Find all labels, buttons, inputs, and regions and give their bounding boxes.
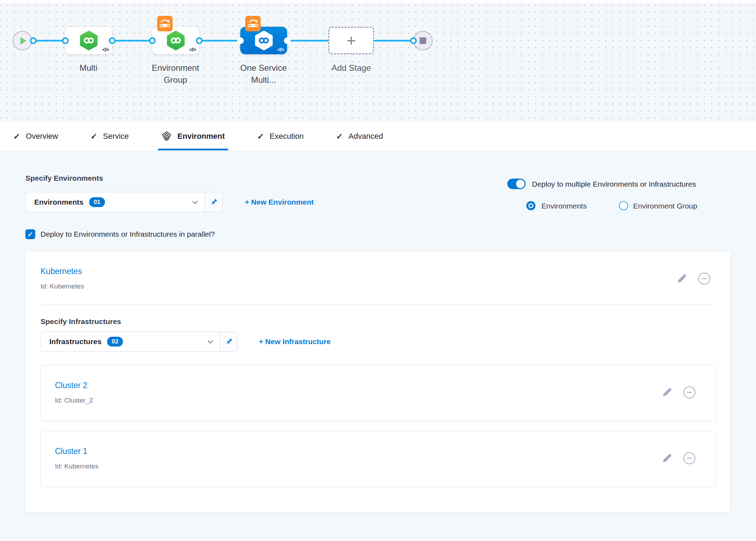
radio-environment-group[interactable] [619, 201, 628, 210]
stage-config-tabbar: ✓ Overview ✓ Service Environment ✓ Execu… [0, 122, 756, 151]
tab-label: Service [103, 132, 129, 141]
stage-node-one-service-multi[interactable]: </> [240, 27, 287, 54]
pipeline-start-node[interactable] [13, 31, 32, 50]
new-environment-link[interactable]: + New Environment [245, 198, 314, 206]
card-divider [41, 304, 712, 304]
harness-service-icon [80, 31, 98, 50]
stage-node-environment-group[interactable]: </> [152, 27, 199, 54]
dropdown-value: Infrastructures [49, 337, 101, 346]
remove-infrastructure-button[interactable] [683, 452, 696, 465]
count-badge: 01 [89, 197, 105, 207]
parallel-deploy-checkbox-label: Deploy to Environments or Infrastructure… [41, 230, 215, 238]
connector-port[interactable] [149, 37, 156, 44]
pushpin-icon [225, 338, 233, 346]
add-stage-button[interactable]: + [328, 27, 374, 54]
stop-icon [420, 37, 426, 44]
radio-environments[interactable] [526, 201, 535, 210]
toggle-knob [516, 180, 525, 188]
tab-overview[interactable]: ✓ Overview [13, 132, 58, 141]
pin-button[interactable] [220, 332, 237, 352]
chevron-down-icon [192, 200, 198, 204]
check-icon: ✓ [91, 132, 97, 141]
play-icon [20, 37, 26, 45]
connector-port[interactable] [109, 37, 116, 44]
remove-infrastructure-button[interactable] [683, 386, 696, 399]
environment-name-link[interactable]: Kubernetes [41, 267, 82, 276]
stage-label-multi: Multi [55, 62, 122, 74]
check-icon: ✓ [336, 132, 343, 141]
minus-circle-icon [683, 452, 696, 465]
edit-environment-button[interactable] [675, 272, 688, 285]
harness-service-icon [167, 31, 185, 50]
check-icon: ✓ [257, 132, 264, 141]
code-view-icon: </> [277, 46, 284, 52]
window-top-strip [0, 0, 756, 4]
tab-label: Advanced [348, 132, 383, 141]
tab-service[interactable]: ✓ Service [91, 132, 129, 141]
specify-infrastructures-title: Specify Infrastructures [41, 317, 121, 326]
environments-dropdown[interactable]: Environments 01 [25, 192, 223, 212]
new-infrastructure-link[interactable]: + New Infrastructure [259, 337, 331, 346]
tab-label: Execution [269, 132, 304, 141]
chevron-down-icon [207, 340, 213, 344]
stage-label-add-stage: Add Stage [318, 62, 385, 74]
environments-dropdown-value-area[interactable]: Environments 01 [26, 192, 205, 212]
edit-infrastructure-button[interactable] [661, 386, 673, 399]
connector-port[interactable] [237, 37, 244, 44]
infrastructure-card: Cluster 2 Id: Cluster_2 [41, 365, 716, 421]
pencil-icon [677, 274, 686, 283]
tab-execution[interactable]: ✓ Execution [257, 132, 304, 141]
infrastructure-name-link[interactable]: Cluster 1 [55, 447, 87, 456]
pushpin-icon [210, 198, 218, 206]
connector-port[interactable] [410, 37, 417, 44]
tab-label: Environment [178, 132, 225, 141]
connector-port[interactable] [62, 37, 69, 44]
environment-tab-panel: Specify Environments Environments 01 + N… [0, 152, 756, 541]
infrastructure-card: Cluster 1 Id: Kubernetes [41, 431, 716, 487]
tab-environment[interactable]: Environment [161, 131, 225, 142]
tab-advanced[interactable]: ✓ Advanced [336, 132, 383, 141]
minus-circle-icon [683, 386, 696, 399]
environment-layers-icon [161, 131, 172, 142]
deploy-multiple-toggle-label: Deploy to multiple Environments or Infra… [532, 180, 696, 188]
plus-icon: + [347, 33, 356, 48]
infrastructures-dropdown[interactable]: Infrastructures 02 [41, 331, 238, 352]
minus-circle-icon [698, 272, 711, 285]
pin-button[interactable] [205, 192, 222, 212]
remove-environment-button[interactable] [698, 272, 711, 285]
count-badge: 02 [107, 337, 123, 347]
environment-card: Kubernetes Id: Kubernetes Specify Infras… [25, 251, 730, 512]
stage-label-environment-group: Environment Group [142, 62, 209, 86]
stage-label-one-service-multi: One Service Multi... [230, 62, 297, 86]
stage-node-multi[interactable]: </> [65, 27, 112, 54]
infrastructures-dropdown-value-area[interactable]: Infrastructures 02 [41, 332, 220, 352]
pencil-icon [662, 388, 671, 397]
connector-port[interactable] [30, 37, 37, 44]
canary-deployment-badge-icon [157, 16, 173, 31]
canary-deployment-badge-icon [245, 16, 261, 31]
infrastructure-id: Id: Kubernetes [55, 462, 99, 470]
infrastructure-name-link[interactable]: Cluster 2 [55, 381, 87, 390]
tab-label: Overview [26, 132, 58, 141]
check-icon: ✓ [13, 132, 20, 141]
specify-environments-title: Specify Environments [25, 174, 103, 182]
dropdown-value: Environments [34, 198, 83, 206]
radio-environments-label[interactable]: Environments [541, 202, 587, 210]
parallel-deploy-checkbox[interactable]: ✓ [25, 229, 35, 239]
edit-infrastructure-button[interactable] [661, 452, 673, 465]
check-icon: ✓ [27, 230, 33, 238]
connector-port[interactable] [196, 37, 203, 44]
pipeline-canvas[interactable]: </> </> [0, 4, 756, 122]
code-view-icon: </> [189, 46, 196, 52]
code-view-icon: </> [102, 46, 109, 52]
connector-port[interactable] [284, 37, 291, 44]
radio-environment-group-label[interactable]: Environment Group [633, 202, 697, 210]
harness-service-icon [255, 31, 273, 50]
deploy-multiple-toggle[interactable] [507, 179, 526, 189]
infrastructure-id: Id: Cluster_2 [55, 397, 93, 404]
environment-id: Id: Kubernetes [41, 282, 84, 290]
pencil-icon [662, 454, 671, 463]
